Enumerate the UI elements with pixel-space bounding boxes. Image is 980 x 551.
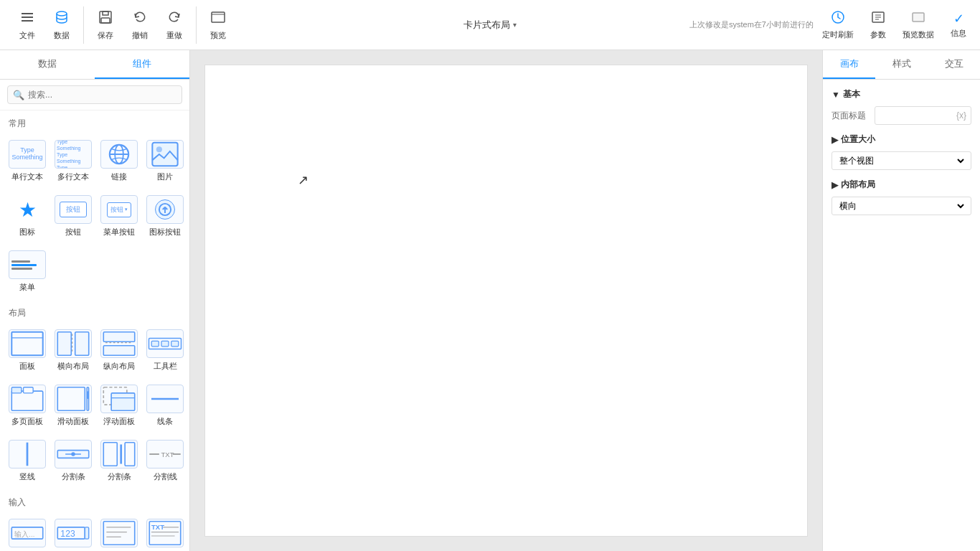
comp-image[interactable]: 图片 bbox=[143, 134, 187, 187]
section-inner-layout: ▶ 内部布局 横向 纵向 自由 bbox=[831, 179, 971, 215]
comp-number-input[interactable]: 123 数值输入 bbox=[52, 513, 95, 551]
page-title-value[interactable]: {x} bbox=[875, 106, 971, 125]
panel-icon bbox=[9, 329, 46, 358]
h-layout-icon bbox=[55, 329, 92, 358]
right-panel: 画布 样式 交互 ▼ 基本 页面标题 {x} bbox=[822, 50, 980, 551]
menu-button-icon: 按钮 ▾ bbox=[100, 195, 138, 224]
svg-rect-37 bbox=[11, 387, 22, 393]
params-label: 参数 bbox=[870, 29, 886, 40]
layout-grid: 面板 横向布局 bbox=[6, 324, 184, 431]
file-label: 文件 bbox=[19, 30, 35, 41]
prop-row-page-title: 页面标题 {x} bbox=[831, 106, 971, 125]
topbar: 文件 数据 保存 bbox=[0, 0, 980, 50]
comp-toolbar[interactable]: 工具栏 bbox=[143, 324, 187, 376]
search-input[interactable] bbox=[7, 85, 182, 104]
comp-link[interactable]: 链接 bbox=[98, 134, 141, 187]
image-icon bbox=[146, 140, 184, 169]
svg-rect-6 bbox=[101, 18, 110, 23]
svg-rect-14 bbox=[913, 13, 924, 22]
comp-float-panel[interactable]: 浮动面板 bbox=[98, 379, 141, 431]
comp-multi-text[interactable]: A Type Something Type Something Type Som… bbox=[52, 134, 95, 187]
file-icon bbox=[19, 9, 35, 29]
svg-rect-61 bbox=[103, 522, 134, 545]
components-list: 常用 Type Something 单行文本 A Type Something bbox=[0, 110, 189, 551]
comp-split-bar[interactable]: 分割条 bbox=[52, 434, 95, 486]
comp-richtext-input[interactable]: TXT 富文本输 bbox=[143, 513, 187, 551]
inner-layout-select[interactable]: 横向 纵向 自由 bbox=[837, 200, 966, 212]
redo-button[interactable]: 重做 bbox=[159, 6, 190, 44]
comp-multiline-input[interactable]: 多行输入 bbox=[98, 513, 141, 551]
comp-label-panel: 面板 bbox=[19, 361, 35, 372]
undo-label: 撤销 bbox=[132, 30, 148, 41]
comp-label-button: 按钮 bbox=[65, 227, 81, 237]
position-select[interactable]: 整个视图 固定大小 自适应 bbox=[837, 155, 966, 166]
section-position-title[interactable]: ▶ 位置大小 bbox=[831, 133, 971, 146]
comp-label-line: 线条 bbox=[157, 416, 173, 427]
comp-button[interactable]: 按钮 按钮 bbox=[52, 189, 95, 242]
data-button[interactable]: 数据 bbox=[46, 6, 77, 44]
text-input-icon: 输入... bbox=[9, 519, 46, 547]
comp-label-multi-panel: 多页面板 bbox=[11, 416, 43, 427]
comp-h-layout[interactable]: 横向布局 bbox=[52, 324, 95, 376]
comp-icon-button[interactable]: 图标按钮 bbox=[143, 189, 187, 242]
toolbar-save-group: 保存 撤销 重做 bbox=[83, 6, 196, 44]
svg-text:TXT: TXT bbox=[161, 451, 174, 458]
svg-text:TXT: TXT bbox=[151, 523, 164, 531]
info-label: 信息 bbox=[951, 28, 966, 39]
section-title-layout: 布局 bbox=[6, 300, 184, 324]
toolbar-preview-group: 预览 bbox=[196, 6, 240, 44]
comp-icon[interactable]: ★ 图标 bbox=[6, 189, 49, 242]
undo-button[interactable]: 撤销 bbox=[124, 6, 156, 44]
tab-interaction[interactable]: 交互 bbox=[928, 50, 980, 79]
comp-v-layout[interactable]: 纵向布局 bbox=[98, 324, 141, 376]
params-button[interactable]: 参数 bbox=[862, 7, 894, 43]
preview-data-label: 预览数据 bbox=[903, 29, 934, 40]
info-button[interactable]: ✓ 信息 bbox=[943, 8, 974, 42]
comp-vline[interactable]: 竖线 bbox=[6, 434, 49, 486]
comp-scroll-panel[interactable]: 滑动面板 bbox=[52, 379, 95, 431]
data-icon bbox=[54, 9, 70, 29]
section-inner-label: 内部布局 bbox=[841, 179, 875, 191]
svg-text:123: 123 bbox=[60, 529, 75, 539]
tab-style[interactable]: 样式 bbox=[875, 50, 928, 79]
section-title-input: 输入 bbox=[6, 489, 184, 513]
toolbar-icon bbox=[146, 329, 184, 358]
page-title[interactable]: 卡片式布局 ▾ bbox=[463, 19, 517, 32]
section-inner-layout-title[interactable]: ▶ 内部布局 bbox=[831, 179, 971, 191]
comp-split-strip[interactable]: 分割条 bbox=[98, 434, 141, 486]
line-icon bbox=[146, 385, 184, 413]
comp-panel[interactable]: 面板 bbox=[6, 324, 49, 376]
comp-label-single-text: 单行文本 bbox=[11, 171, 43, 182]
preview-button[interactable]: 预览 bbox=[202, 6, 234, 44]
comp-menu[interactable]: 菜单 bbox=[6, 245, 49, 297]
svg-rect-35 bbox=[171, 341, 179, 347]
section-basic-title[interactable]: ▼ 基本 bbox=[831, 88, 971, 100]
save-button[interactable]: 保存 bbox=[90, 6, 121, 44]
canvas-inner[interactable] bbox=[204, 65, 808, 537]
position-select-wrapper[interactable]: 整个视图 固定大小 自适应 bbox=[831, 151, 971, 170]
comp-text-input[interactable]: 输入... 文本输入 bbox=[6, 513, 49, 551]
preview-data-button[interactable]: 预览数据 bbox=[897, 7, 940, 43]
auto-refresh-button[interactable]: 定时刷新 bbox=[816, 7, 859, 43]
comp-line[interactable]: 线条 bbox=[143, 379, 187, 431]
link-icon bbox=[100, 140, 138, 169]
comp-menu-button[interactable]: 按钮 ▾ 菜单按钮 bbox=[98, 189, 141, 242]
comp-multi-panel[interactable]: 多页面板 bbox=[6, 379, 49, 431]
page-title-icon: {x} bbox=[956, 110, 966, 121]
file-button[interactable]: 文件 bbox=[11, 6, 43, 44]
input-grid: 输入... 文本输入 123 数值输入 bbox=[6, 513, 184, 551]
inner-layout-select-wrapper[interactable]: 横向 纵向 自由 bbox=[831, 197, 971, 215]
comp-single-text[interactable]: Type Something 单行文本 bbox=[6, 134, 49, 187]
tab-components[interactable]: 组件 bbox=[95, 50, 189, 79]
common-grid-2: 菜单 bbox=[6, 245, 184, 297]
tab-canvas[interactable]: 画布 bbox=[823, 50, 875, 79]
multi-text-icon: A Type Something Type Something Type Som… bbox=[55, 140, 92, 169]
svg-rect-30 bbox=[103, 346, 134, 356]
info-icon: ✓ bbox=[953, 11, 964, 27]
svg-rect-24 bbox=[11, 332, 42, 356]
comp-split-line[interactable]: TXT 分割线 bbox=[143, 434, 187, 486]
svg-rect-60 bbox=[85, 527, 88, 539]
svg-rect-38 bbox=[24, 387, 34, 393]
search-wrapper: 🔍 bbox=[7, 85, 182, 104]
tab-data[interactable]: 数据 bbox=[0, 50, 95, 79]
